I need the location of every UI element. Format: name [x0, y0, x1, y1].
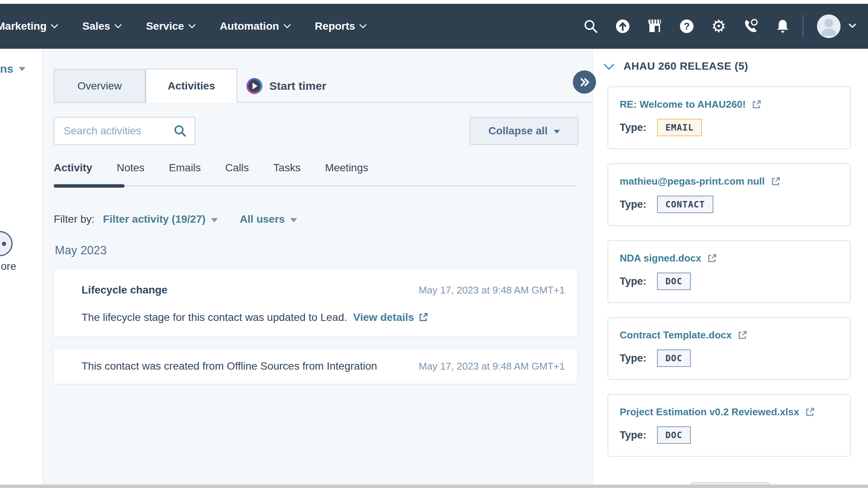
chevron-down-icon — [51, 21, 58, 29]
collapse-all-button[interactable]: Collapse all — [470, 117, 579, 145]
external-link-icon — [751, 99, 762, 110]
nav-menu-item[interactable]: Marketing — [0, 20, 57, 32]
horizontal-scrollbar[interactable] — [0, 485, 868, 488]
chevron-down-icon — [115, 21, 122, 29]
related-item-link[interactable]: mathieu@pegas-print.com null — [620, 175, 765, 187]
related-item-link[interactable]: NDA signed.docx — [620, 252, 701, 264]
sidebar-section-title: AHAU 260 RELEASE (5) — [623, 60, 748, 72]
tab-track — [54, 184, 576, 188]
nav-menu-item[interactable]: Service — [146, 20, 195, 32]
related-item-link[interactable]: RE: Welcome to AHAU260! — [620, 99, 746, 110]
nav-menu-item[interactable]: Reports — [315, 20, 366, 32]
related-item-list: RE: Welcome to AHAU260! Type: EMAIL math… — [607, 86, 851, 457]
timeline-card-lifecycle: Lifecycle change May 17, 2023 at 9:48 AM… — [54, 270, 577, 336]
main-panel: Overview Activities Start timer Collapse… — [43, 49, 592, 485]
type-label: Type: — [620, 199, 646, 211]
type-badge: DOC — [657, 426, 691, 444]
nav-utility-cluster: ? ⚙ — [575, 4, 857, 49]
timeline-month-heading: May 2023 — [55, 244, 107, 257]
filter-by-label: Filter by: — [54, 213, 94, 225]
type-label: Type: — [620, 122, 646, 134]
section-collapse-chevron-icon[interactable] — [604, 59, 614, 70]
related-item-link[interactable]: Contract Template.docx — [620, 329, 732, 341]
nav-menu-item-label: Sales — [82, 20, 110, 32]
related-item-card: NDA signed.docx Type: DOC — [607, 240, 851, 303]
nav-menu-item-label: Marketing — [0, 20, 46, 32]
more-button-label: ore — [1, 260, 16, 273]
chevron-down-icon — [290, 218, 297, 222]
start-timer-label: Start timer — [269, 80, 326, 92]
external-link-icon — [737, 330, 748, 341]
activity-type-tab[interactable]: Notes — [117, 162, 144, 174]
filter-users-dropdown[interactable]: All users — [240, 213, 297, 225]
external-link-icon — [707, 253, 717, 264]
active-tab-indicator — [54, 184, 125, 188]
chevron-down-icon — [19, 67, 26, 71]
filter-row: Filter by: Filter activity (19/27) All u… — [54, 213, 297, 225]
nav-divider — [802, 15, 803, 38]
event-title: Lifecycle change — [82, 284, 168, 296]
nav-menu-item[interactable]: Sales — [82, 20, 121, 32]
filter-users-label: All users — [240, 213, 285, 225]
type-badge: DOC — [657, 273, 691, 290]
start-timer-button[interactable]: Start timer — [246, 69, 326, 103]
filter-activity-dropdown[interactable]: Filter activity (19/27) — [103, 213, 217, 225]
timeline-card-created: This contact was created from Offline So… — [54, 349, 577, 384]
svg-text:?: ? — [684, 21, 690, 32]
chevron-down-icon — [283, 21, 291, 29]
chevron-down-icon — [554, 130, 560, 134]
nav-menu: Marketing Sales Service Automation — [0, 20, 366, 32]
related-item-card: mathieu@pegas-print.com null Type: CONTA… — [607, 163, 851, 226]
type-label: Type: — [620, 429, 646, 441]
actions-dropdown-fragment[interactable]: ns — [0, 62, 26, 75]
top-nav-bar: Marketing Sales Service Automation — [0, 4, 868, 49]
type-badge: DOC — [657, 349, 691, 367]
tab-overview[interactable]: Overview — [54, 69, 145, 103]
related-item-card: Contract Template.docx Type: DOC — [607, 317, 851, 380]
marketplace-icon[interactable] — [639, 18, 671, 34]
related-item-link[interactable]: Project Estimation v0.2 Reviewed.xlsx — [620, 406, 799, 418]
external-link-icon — [770, 176, 781, 187]
activity-type-tab[interactable]: Emails — [169, 162, 201, 174]
type-badge: EMAIL — [657, 119, 702, 136]
search-icon[interactable] — [575, 19, 607, 34]
view-details-label: View details — [353, 311, 414, 324]
type-label: Type: — [620, 276, 646, 287]
tab-activities[interactable]: Activities — [145, 69, 237, 103]
sidebar-section-header: AHAU 260 RELEASE (5) — [605, 60, 748, 72]
collapse-sidebar-button[interactable] — [573, 70, 596, 94]
calling-icon[interactable] — [735, 18, 767, 34]
collapse-all-label: Collapse all — [488, 125, 548, 137]
type-label: Type: — [620, 352, 646, 364]
avatar[interactable] — [817, 14, 841, 38]
help-icon[interactable]: ? — [671, 19, 703, 34]
upload-icon[interactable] — [607, 19, 639, 34]
nav-menu-item[interactable]: Automation — [220, 20, 290, 32]
activity-type-tab[interactable]: Meetings — [325, 162, 368, 174]
activity-type-tab[interactable]: Calls — [225, 162, 249, 174]
activities-toolbar: Collapse all — [54, 117, 579, 145]
activity-type-tab[interactable]: Tasks — [273, 162, 301, 174]
ellipsis-icon — [2, 242, 6, 246]
more-button[interactable] — [0, 231, 13, 256]
timer-play-icon — [246, 78, 262, 94]
activity-type-tabs: Activity Notes Emails Calls Tasks Meetin… — [54, 161, 576, 188]
activity-type-tab[interactable]: Activity — [54, 162, 92, 174]
chevron-down-icon — [359, 21, 367, 29]
view-details-link[interactable]: View details — [353, 311, 428, 324]
nav-menu-item-label: Service — [146, 20, 184, 32]
settings-icon[interactable]: ⚙ — [703, 18, 735, 35]
account-chevron-down-icon[interactable] — [847, 21, 857, 32]
type-badge: CONTACT — [657, 196, 713, 213]
external-link-icon — [804, 407, 815, 418]
event-body: This contact was created from Offline So… — [82, 360, 377, 372]
event-timestamp: May 17, 2023 at 9:48 AM GMT+1 — [419, 284, 565, 296]
event-body: The lifecycle stage for this contact was… — [82, 311, 347, 324]
notifications-icon[interactable] — [767, 19, 799, 34]
filter-activity-label: Filter activity (19/27) — [103, 213, 205, 225]
search-icon[interactable] — [173, 124, 187, 139]
chevron-down-icon — [211, 218, 218, 222]
left-rail: ns ore — [0, 49, 43, 485]
hubspot-crm-page: Marketing Sales Service Automation — [0, 0, 868, 488]
actions-fragment-label: ns — [0, 62, 13, 75]
